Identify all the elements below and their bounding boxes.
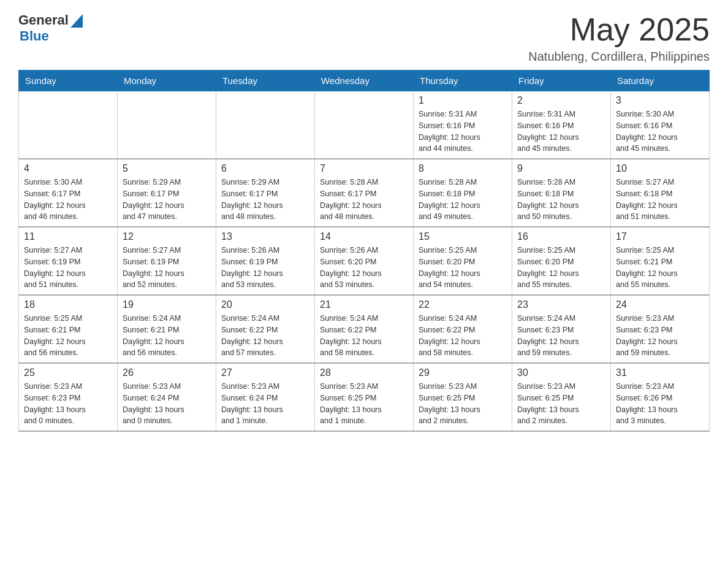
day-number: 26 [123, 367, 211, 378]
calendar-cell: 19Sunrise: 5:24 AM Sunset: 6:21 PM Dayli… [118, 295, 216, 363]
day-number: 31 [616, 367, 704, 378]
calendar-cell [118, 91, 216, 159]
day-number: 18 [24, 299, 112, 310]
day-number: 1 [419, 95, 507, 106]
calendar-cell: 17Sunrise: 5:25 AM Sunset: 6:21 PM Dayli… [611, 227, 710, 295]
calendar-cell: 7Sunrise: 5:28 AM Sunset: 6:17 PM Daylig… [315, 159, 414, 227]
calendar-cell: 9Sunrise: 5:28 AM Sunset: 6:18 PM Daylig… [512, 159, 611, 227]
calendar-cell: 26Sunrise: 5:23 AM Sunset: 6:24 PM Dayli… [118, 363, 216, 431]
day-info: Sunrise: 5:25 AM Sunset: 6:21 PM Dayligh… [616, 245, 704, 291]
calendar-cell: 4Sunrise: 5:30 AM Sunset: 6:17 PM Daylig… [19, 159, 118, 227]
day-info: Sunrise: 5:28 AM Sunset: 6:18 PM Dayligh… [517, 177, 605, 223]
header-cell-wednesday: Wednesday [315, 71, 414, 91]
calendar-cell: 21Sunrise: 5:24 AM Sunset: 6:22 PM Dayli… [315, 295, 414, 363]
calendar-cell: 13Sunrise: 5:26 AM Sunset: 6:19 PM Dayli… [216, 227, 315, 295]
day-info: Sunrise: 5:23 AM Sunset: 6:25 PM Dayligh… [419, 381, 507, 427]
day-info: Sunrise: 5:28 AM Sunset: 6:17 PM Dayligh… [320, 177, 408, 223]
day-number: 7 [320, 163, 408, 174]
calendar-cell: 30Sunrise: 5:23 AM Sunset: 6:25 PM Dayli… [512, 363, 611, 431]
day-info: Sunrise: 5:27 AM Sunset: 6:19 PM Dayligh… [123, 245, 211, 291]
logo: General Blue [18, 12, 83, 44]
header-cell-friday: Friday [512, 71, 611, 91]
day-number: 16 [517, 231, 605, 242]
day-number: 2 [517, 95, 605, 106]
calendar-cell [19, 91, 118, 159]
day-info: Sunrise: 5:28 AM Sunset: 6:18 PM Dayligh… [419, 177, 507, 223]
day-info: Sunrise: 5:23 AM Sunset: 6:23 PM Dayligh… [616, 313, 704, 359]
day-number: 4 [24, 163, 112, 174]
calendar-body: 1Sunrise: 5:31 AM Sunset: 6:16 PM Daylig… [19, 91, 710, 432]
calendar-week-1: 1Sunrise: 5:31 AM Sunset: 6:16 PM Daylig… [19, 91, 710, 159]
day-number: 12 [123, 231, 211, 242]
calendar-cell: 16Sunrise: 5:25 AM Sunset: 6:20 PM Dayli… [512, 227, 611, 295]
day-number: 3 [616, 95, 704, 106]
calendar-cell: 18Sunrise: 5:25 AM Sunset: 6:21 PM Dayli… [19, 295, 118, 363]
day-info: Sunrise: 5:30 AM Sunset: 6:16 PM Dayligh… [616, 109, 704, 155]
calendar-cell [315, 91, 414, 159]
day-info: Sunrise: 5:24 AM Sunset: 6:22 PM Dayligh… [221, 313, 309, 359]
day-number: 30 [517, 367, 605, 378]
day-info: Sunrise: 5:26 AM Sunset: 6:19 PM Dayligh… [221, 245, 309, 291]
day-number: 21 [320, 299, 408, 310]
calendar-cell: 8Sunrise: 5:28 AM Sunset: 6:18 PM Daylig… [414, 159, 512, 227]
day-info: Sunrise: 5:23 AM Sunset: 6:26 PM Dayligh… [616, 381, 704, 427]
day-info: Sunrise: 5:23 AM Sunset: 6:24 PM Dayligh… [123, 381, 211, 427]
header-cell-saturday: Saturday [611, 71, 710, 91]
day-number: 13 [221, 231, 309, 242]
calendar-cell: 1Sunrise: 5:31 AM Sunset: 6:16 PM Daylig… [414, 91, 512, 159]
day-number: 25 [24, 367, 112, 378]
day-number: 11 [24, 231, 112, 242]
day-info: Sunrise: 5:23 AM Sunset: 6:23 PM Dayligh… [24, 381, 112, 427]
day-number: 6 [221, 163, 309, 174]
day-number: 23 [517, 299, 605, 310]
day-number: 15 [419, 231, 507, 242]
calendar-week-3: 11Sunrise: 5:27 AM Sunset: 6:19 PM Dayli… [19, 227, 710, 295]
calendar-cell: 28Sunrise: 5:23 AM Sunset: 6:25 PM Dayli… [315, 363, 414, 431]
calendar-cell: 3Sunrise: 5:30 AM Sunset: 6:16 PM Daylig… [611, 91, 710, 159]
day-number: 14 [320, 231, 408, 242]
calendar-cell: 14Sunrise: 5:26 AM Sunset: 6:20 PM Dayli… [315, 227, 414, 295]
calendar-header: SundayMondayTuesdayWednesdayThursdayFrid… [19, 71, 710, 91]
day-info: Sunrise: 5:24 AM Sunset: 6:22 PM Dayligh… [320, 313, 408, 359]
day-info: Sunrise: 5:31 AM Sunset: 6:16 PM Dayligh… [517, 109, 605, 155]
calendar-cell: 11Sunrise: 5:27 AM Sunset: 6:19 PM Dayli… [19, 227, 118, 295]
day-number: 19 [123, 299, 211, 310]
day-info: Sunrise: 5:23 AM Sunset: 6:25 PM Dayligh… [320, 381, 408, 427]
day-number: 8 [419, 163, 507, 174]
calendar-cell: 25Sunrise: 5:23 AM Sunset: 6:23 PM Dayli… [19, 363, 118, 431]
day-number: 28 [320, 367, 408, 378]
calendar-cell: 20Sunrise: 5:24 AM Sunset: 6:22 PM Dayli… [216, 295, 315, 363]
calendar-cell: 6Sunrise: 5:29 AM Sunset: 6:17 PM Daylig… [216, 159, 315, 227]
header-cell-thursday: Thursday [414, 71, 512, 91]
day-info: Sunrise: 5:31 AM Sunset: 6:16 PM Dayligh… [419, 109, 507, 155]
day-info: Sunrise: 5:27 AM Sunset: 6:18 PM Dayligh… [616, 177, 704, 223]
calendar-cell: 15Sunrise: 5:25 AM Sunset: 6:20 PM Dayli… [414, 227, 512, 295]
day-info: Sunrise: 5:27 AM Sunset: 6:19 PM Dayligh… [24, 245, 112, 291]
calendar-cell: 29Sunrise: 5:23 AM Sunset: 6:25 PM Dayli… [414, 363, 512, 431]
calendar-week-2: 4Sunrise: 5:30 AM Sunset: 6:17 PM Daylig… [19, 159, 710, 227]
day-info: Sunrise: 5:23 AM Sunset: 6:24 PM Dayligh… [221, 381, 309, 427]
day-number: 24 [616, 299, 704, 310]
header-cell-tuesday: Tuesday [216, 71, 315, 91]
calendar-cell: 5Sunrise: 5:29 AM Sunset: 6:17 PM Daylig… [118, 159, 216, 227]
header-right: May 2025 Natubleng, Cordillera, Philippi… [528, 12, 710, 64]
page-header: General Blue May 2025 Natubleng, Cordill… [18, 12, 710, 64]
header-row: SundayMondayTuesdayWednesdayThursdayFrid… [19, 71, 710, 91]
day-number: 9 [517, 163, 605, 174]
calendar-cell: 22Sunrise: 5:24 AM Sunset: 6:22 PM Dayli… [414, 295, 512, 363]
day-info: Sunrise: 5:25 AM Sunset: 6:21 PM Dayligh… [24, 313, 112, 359]
logo-text-general: General [18, 12, 69, 28]
calendar-cell: 2Sunrise: 5:31 AM Sunset: 6:16 PM Daylig… [512, 91, 611, 159]
day-number: 20 [221, 299, 309, 310]
day-info: Sunrise: 5:24 AM Sunset: 6:23 PM Dayligh… [517, 313, 605, 359]
day-info: Sunrise: 5:26 AM Sunset: 6:20 PM Dayligh… [320, 245, 408, 291]
day-info: Sunrise: 5:25 AM Sunset: 6:20 PM Dayligh… [419, 245, 507, 291]
day-info: Sunrise: 5:25 AM Sunset: 6:20 PM Dayligh… [517, 245, 605, 291]
calendar-week-5: 25Sunrise: 5:23 AM Sunset: 6:23 PM Dayli… [19, 363, 710, 431]
day-info: Sunrise: 5:29 AM Sunset: 6:17 PM Dayligh… [123, 177, 211, 223]
day-info: Sunrise: 5:29 AM Sunset: 6:17 PM Dayligh… [221, 177, 309, 223]
day-info: Sunrise: 5:30 AM Sunset: 6:17 PM Dayligh… [24, 177, 112, 223]
day-info: Sunrise: 5:24 AM Sunset: 6:22 PM Dayligh… [419, 313, 507, 359]
day-number: 5 [123, 163, 211, 174]
day-number: 17 [616, 231, 704, 242]
